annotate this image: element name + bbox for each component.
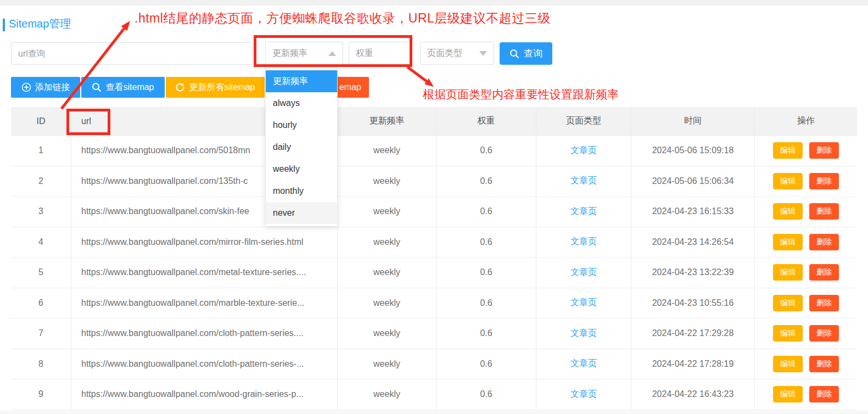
table-row: 1 https://www.bangtuowallpanel.com/5018m… bbox=[11, 136, 857, 166]
row-frequency: weekly bbox=[338, 379, 436, 410]
search-button[interactable]: 查询 bbox=[500, 42, 552, 65]
bottom-strip bbox=[0, 411, 868, 414]
row-page-type-link[interactable]: 文章页 bbox=[570, 145, 597, 156]
row-time: 2024-05-06 15:09:18 bbox=[631, 136, 755, 166]
row-time: 2024-04-22 17:29:28 bbox=[631, 318, 755, 349]
edit-button[interactable]: 编辑 bbox=[773, 142, 803, 159]
dropdown-option-placeholder[interactable]: 更新频率 bbox=[266, 70, 337, 92]
edit-button[interactable]: 编辑 bbox=[773, 325, 803, 342]
page-type-filter-label: 页面类型 bbox=[427, 48, 462, 59]
table-row: 3 https://www.bangtuowallpanel.com/skin-… bbox=[11, 197, 857, 227]
delete-button[interactable]: 删除 bbox=[809, 264, 839, 281]
row-time: 2024-04-23 16:15:33 bbox=[631, 197, 755, 227]
row-weight: 0.6 bbox=[436, 197, 536, 227]
row-time: 2024-04-22 17:28:19 bbox=[631, 349, 755, 380]
header-cell-weight: 权重 bbox=[436, 107, 536, 136]
delete-button[interactable]: 删除 bbox=[809, 234, 839, 250]
delete-button[interactable]: 删除 bbox=[809, 386, 839, 402]
dropdown-option-hourly[interactable]: hourly bbox=[266, 114, 337, 136]
row-id: 3 bbox=[11, 197, 71, 227]
table-row: 8 https://www.bangtuowallpanel.com/cloth… bbox=[11, 349, 857, 380]
row-weight: 0.6 bbox=[436, 166, 536, 197]
table-row: 6 https://www.bangtuowallpanel.com/marbl… bbox=[11, 288, 857, 319]
table-row: 4 https://www.bangtuowallpanel.com/mirro… bbox=[11, 227, 857, 258]
row-page-type-link[interactable]: 文章页 bbox=[570, 389, 597, 400]
edit-button[interactable]: 编辑 bbox=[773, 295, 803, 311]
row-id: 6 bbox=[11, 288, 71, 319]
delete-button[interactable]: 删除 bbox=[809, 325, 839, 342]
row-page-type-link[interactable]: 文章页 bbox=[570, 267, 597, 278]
row-url: https://www.bangtuowallpanel.com/mirror-… bbox=[71, 227, 338, 258]
dropdown-option-daily[interactable]: daily bbox=[266, 136, 337, 158]
refresh-icon bbox=[175, 82, 185, 92]
row-weight: 0.6 bbox=[436, 288, 536, 319]
edit-button[interactable]: 编辑 bbox=[773, 203, 803, 220]
row-page-type-link[interactable]: 文章页 bbox=[570, 175, 597, 187]
update-all-sitemap-button[interactable]: 更新所有sitemap bbox=[166, 77, 265, 98]
view-sitemap-label: 查看sitemap bbox=[105, 82, 154, 93]
page-title: Sitemap管理 bbox=[9, 16, 71, 31]
edit-button[interactable]: 编辑 bbox=[773, 264, 803, 281]
row-id: 2 bbox=[11, 166, 71, 197]
weight-filter-label: 权重 bbox=[356, 48, 373, 59]
dropdown-option-never[interactable]: never bbox=[266, 202, 337, 224]
edit-button[interactable]: 编辑 bbox=[773, 234, 803, 250]
sitemap-table: ID url 更新频率 权重 页面类型 时间 操作 1 https://www.… bbox=[11, 107, 857, 410]
table-header-row: ID url 更新频率 权重 页面类型 时间 操作 bbox=[11, 107, 857, 136]
annotation-side-note: 根据页面类型内容重要性设置跟新频率 bbox=[423, 87, 619, 102]
row-frequency: weekly bbox=[338, 349, 436, 380]
row-weight: 0.6 bbox=[436, 227, 536, 258]
row-frequency: weekly bbox=[338, 318, 436, 349]
arrow-to-side-note bbox=[407, 67, 434, 87]
search-icon bbox=[509, 49, 519, 59]
update-all-sitemap-label: 更新所有sitemap bbox=[189, 82, 255, 93]
row-id: 4 bbox=[11, 227, 71, 258]
header-cell-time: 时间 bbox=[631, 107, 755, 136]
annotation-top-note: .html结尾的静态页面，方便蜘蛛爬取谷歌收录，URL层级建议不超过三级 bbox=[135, 10, 551, 27]
edit-button[interactable]: 编辑 bbox=[773, 173, 803, 189]
page-type-filter-select[interactable]: 页面类型 bbox=[420, 42, 494, 65]
row-weight: 0.6 bbox=[436, 379, 536, 410]
delete-button[interactable]: 删除 bbox=[809, 142, 839, 159]
edit-button[interactable]: 编辑 bbox=[773, 386, 803, 402]
weight-filter-select[interactable]: 权重 bbox=[349, 42, 410, 65]
dropdown-option-monthly[interactable]: monthly bbox=[266, 180, 337, 202]
row-id: 5 bbox=[11, 258, 71, 288]
row-time: 2024-05-06 15:06:34 bbox=[631, 166, 755, 197]
row-time: 2024-04-23 13:22:39 bbox=[631, 258, 755, 288]
plus-circle-icon bbox=[21, 82, 31, 92]
partially-hidden-sitemap-label: emap bbox=[339, 82, 361, 92]
row-url: https://www.bangtuowallpanel.com/metal-t… bbox=[71, 258, 338, 288]
add-link-label: 添加链接 bbox=[35, 82, 70, 93]
url-search-input[interactable] bbox=[11, 42, 253, 65]
dropdown-option-weekly[interactable]: weekly bbox=[266, 158, 337, 180]
frequency-dropdown-panel: 更新频率 always hourly daily weekly monthly … bbox=[265, 68, 338, 227]
row-id: 8 bbox=[11, 349, 71, 380]
frequency-filter-select[interactable]: 更新频率 bbox=[265, 42, 343, 65]
add-link-button[interactable]: 添加链接 bbox=[11, 77, 80, 98]
row-page-type-link[interactable]: 文章页 bbox=[570, 328, 597, 339]
row-page-type-link[interactable]: 文章页 bbox=[570, 236, 597, 248]
row-weight: 0.6 bbox=[436, 258, 536, 288]
delete-button[interactable]: 删除 bbox=[809, 173, 839, 189]
header-cell-actions: 操作 bbox=[755, 107, 857, 136]
chevron-down-icon bbox=[479, 51, 487, 56]
row-frequency: weekly bbox=[338, 166, 436, 197]
frequency-filter-label: 更新频率 bbox=[272, 48, 307, 59]
edit-button[interactable]: 编辑 bbox=[773, 356, 803, 372]
row-page-type-link[interactable]: 文章页 bbox=[570, 297, 597, 309]
delete-button[interactable]: 删除 bbox=[809, 203, 839, 220]
delete-button[interactable]: 删除 bbox=[809, 295, 839, 311]
row-id: 7 bbox=[11, 318, 71, 349]
delete-button[interactable]: 删除 bbox=[809, 356, 839, 372]
row-page-type-link[interactable]: 文章页 bbox=[570, 358, 597, 370]
dropdown-option-always[interactable]: always bbox=[266, 92, 337, 114]
header-cell-id: ID bbox=[11, 107, 71, 136]
row-page-type-link[interactable]: 文章页 bbox=[570, 206, 597, 217]
view-sitemap-button[interactable]: 查看sitemap bbox=[81, 77, 165, 98]
row-id: 9 bbox=[11, 379, 71, 410]
chevron-up-icon bbox=[328, 51, 336, 56]
row-frequency: weekly bbox=[338, 288, 436, 319]
table-row: 9 https://www.bangtuowallpanel.com/wood-… bbox=[11, 379, 857, 410]
row-time: 2024-04-23 14:26:54 bbox=[631, 227, 755, 258]
